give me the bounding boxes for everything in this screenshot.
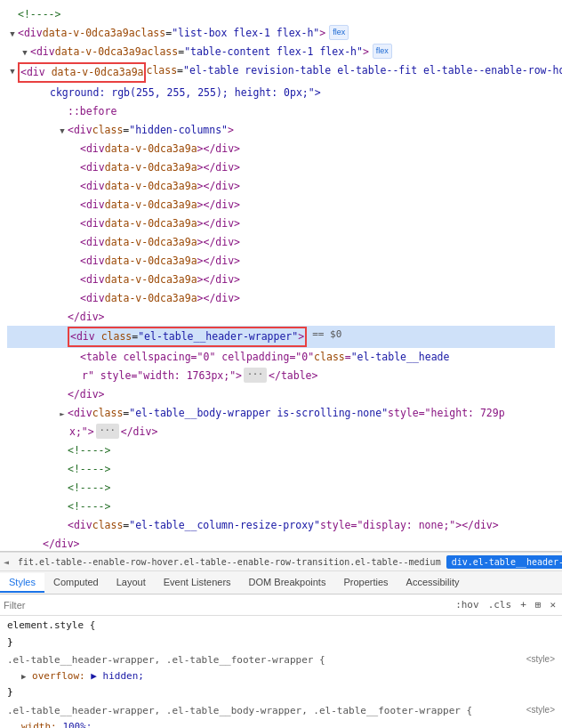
attr-value: "list-box flex-1 flex-h" — [172, 25, 319, 42]
hov-button[interactable]: :hov — [453, 598, 482, 611]
dom-content: <!----> <div data-v-0dca3a9a class="list… — [0, 4, 562, 552]
dom-line: <div data-v-0dca3a9a></div> — [7, 233, 555, 252]
tab-dom-breakpoints[interactable]: DOM Breakpoints — [240, 573, 335, 593]
tag: <div — [80, 253, 105, 270]
close-filter-button[interactable]: ✕ — [547, 598, 558, 611]
tab-computed[interactable]: Computed — [44, 573, 108, 593]
css-rule-1: .el-table__header-wrapper, .el-table__fo… — [0, 651, 562, 701]
attr-name: class — [92, 122, 124, 139]
tag: style="height: 729p — [388, 405, 505, 422]
element-style-selector: element.style { — [7, 619, 95, 631]
ellipsis-btn[interactable]: ··· — [244, 368, 267, 383]
breadcrumb-arrow-left[interactable]: ◄ — [4, 557, 9, 567]
rule-property: ▶ overflow: ▶ hidden; — [7, 670, 144, 682]
attr-name: data-v-0dca3a9a — [105, 253, 197, 270]
tag: ></div> — [197, 234, 240, 251]
tag: <div — [80, 271, 105, 288]
tag: r" style="width: 1763px;"> — [82, 368, 242, 384]
filter-input[interactable] — [4, 600, 449, 611]
dom-line: <!----> — [7, 479, 555, 497]
tag: </table> — [269, 368, 317, 384]
pseudo-element: ::before — [68, 103, 116, 120]
eq: = — [178, 44, 184, 61]
triangle-icon[interactable] — [7, 25, 18, 42]
attr-name: data-v-0dca3a9a — [105, 178, 197, 195]
dom-line: <!----> — [7, 497, 555, 516]
attr-name: class — [148, 44, 179, 61]
attr-name: class — [146, 62, 177, 79]
tag-open: <div — [30, 44, 55, 61]
tabs-row: Styles Computed Layout Event Listeners D… — [0, 571, 562, 595]
triangle-icon[interactable] — [7, 62, 18, 79]
tag: ></div> — [197, 215, 240, 232]
tab-accessibility[interactable]: Accessibility — [397, 573, 469, 593]
selected-dom-line[interactable]: <div class="el-table__header-wrapper"> =… — [7, 326, 555, 348]
attr-value-cont: ckground: rgb(255, 255, 255); height: 0p… — [50, 85, 321, 101]
cls-button[interactable]: .cls — [486, 598, 515, 611]
close-tag: </div> — [68, 386, 105, 403]
dom-line: <div data-v-0dca3a9a></div> — [7, 196, 555, 214]
tag: <div — [80, 234, 105, 251]
attr-name: class — [92, 405, 124, 422]
tag-close: > — [228, 122, 234, 139]
ellipsis-btn[interactable]: ··· — [96, 424, 119, 439]
tab-properties[interactable]: Properties — [334, 573, 397, 593]
filter-actions: :hov .cls + ⊞ ✕ — [453, 598, 558, 611]
dom-line: <div data-v-0dca3a9a></div> — [7, 289, 555, 308]
dom-line: <!----> — [7, 5, 555, 24]
triangle-icon[interactable] — [20, 44, 30, 61]
tag-open: <div — [70, 330, 101, 343]
css-rule-2: .el-table__header-wrapper, .el-table__bo… — [0, 701, 562, 728]
layout-button[interactable]: ⊞ — [533, 598, 544, 611]
attr-value: "el-table__body-wrapper is-scrolling-non… — [129, 405, 388, 422]
tag: <div — [80, 215, 105, 232]
triangle-icon[interactable] — [57, 405, 68, 422]
breadcrumb-item-header-wrapper[interactable]: div.el-table__header-wrapper — [446, 555, 562, 569]
rule-source: <style> — [526, 703, 555, 717]
dom-line: <div data-v-0dca3a9a></div> — [7, 158, 555, 177]
css-property: width: — [21, 721, 57, 728]
breadcrumb-item-table[interactable]: fit.el-table--enable-row-hover.el-table-… — [12, 555, 446, 569]
tag: <div — [80, 290, 105, 307]
add-style-button[interactable]: + — [518, 598, 529, 611]
tag-close: > — [319, 25, 325, 42]
eq: = — [177, 62, 183, 79]
attr-name: data-v-0dca3a9a — [105, 197, 197, 214]
styles-panel: Styles Computed Layout Event Listeners D… — [0, 571, 562, 728]
dom-line: <div data-v-0dca3a9a></div> — [7, 271, 555, 289]
attr-value: "el-table__column-resize-proxy" — [129, 517, 320, 534]
flex-badge: flex — [329, 25, 349, 40]
attr-name: class — [314, 349, 345, 366]
tab-layout[interactable]: Layout — [108, 573, 155, 593]
triangle-small-icon[interactable]: ▶ — [21, 672, 26, 681]
dom-line: <!----> — [7, 441, 555, 460]
dom-line: </div> — [7, 535, 555, 552]
eq: = — [123, 405, 129, 422]
tag-open: <div — [20, 66, 52, 78]
eq: = — [165, 25, 172, 42]
tag-close: > — [363, 44, 369, 61]
attr-name: data-v-0dca3a9a — [55, 44, 148, 61]
tag: = — [345, 349, 351, 366]
tag: ></div> — [197, 178, 240, 195]
rule-selector: .el-table__header-wrapper, .el-table__fo… — [7, 654, 325, 666]
triangle-icon[interactable] — [57, 122, 68, 139]
selected-highlight-box: <div class="el-table__header-wrapper"> — [68, 327, 307, 347]
tag: ></div> — [197, 197, 240, 214]
tab-event-listeners[interactable]: Event Listeners — [155, 573, 240, 593]
attr-name: data-v-0dca3a9a — [105, 234, 197, 251]
comment-text: <!----> — [18, 6, 60, 23]
dom-line: <div data-v-0dca3a9a></div> — [7, 140, 555, 158]
rule-property: width: 100%; — [7, 721, 92, 728]
tag: ></div> — [197, 271, 240, 288]
tab-styles[interactable]: Styles — [0, 573, 44, 593]
dom-line: <div class="hidden-columns"> — [7, 121, 555, 140]
attr-value: "el-table__heade — [351, 349, 450, 366]
comment: <!----> — [68, 498, 110, 515]
dom-line: <table cellspacing="0" cellpadding="0" c… — [7, 348, 555, 367]
css-property: overflow: — [32, 670, 85, 682]
element-style-block: element.style { } — [0, 616, 562, 651]
dom-line: <div class="el-table__column-resize-prox… — [7, 516, 555, 535]
tag: </div> — [121, 424, 158, 441]
dom-line: </div> — [7, 385, 555, 404]
